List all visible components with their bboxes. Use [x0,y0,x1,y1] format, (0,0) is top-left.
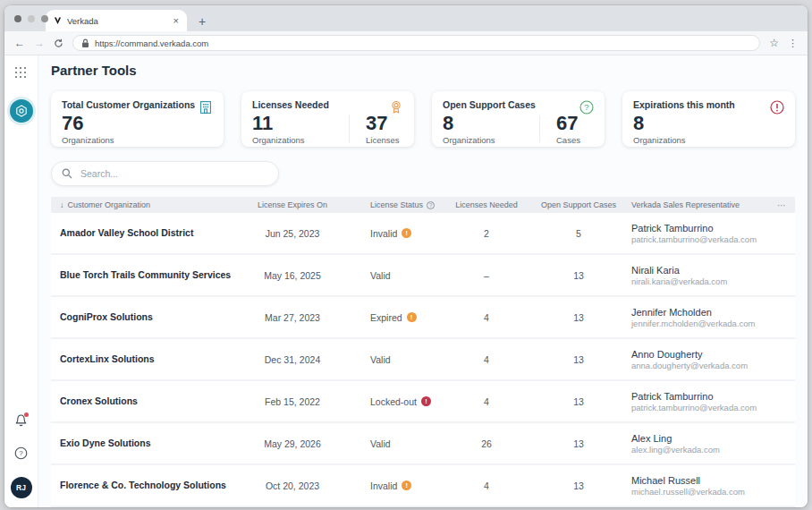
licenses-needed-value: – [447,270,526,281]
sales-representative-cell: Nirali Karia nirali.karia@verkada.com [631,265,759,286]
column-header-open-support-cases[interactable]: Open Support Cases [526,200,631,209]
license-status-cell: Valid [342,270,447,281]
column-header-license-status[interactable]: License Status ? [342,200,447,209]
search-bar [51,161,279,186]
window-controls [14,15,48,22]
table-row[interactable]: Cronex Solutions Feb 15, 2022 Locked-out… [51,381,795,423]
table-row[interactable]: Amador Valley School District Jun 25, 20… [51,213,795,255]
help-button[interactable]: ? [14,446,28,463]
stat-cards-row: Total Customer Organizations 76 Organiza… [51,91,795,147]
back-icon[interactable]: ← [14,38,25,48]
license-status-cell: Valid [342,438,447,449]
licenses-needed-value: 4 [447,396,526,407]
column-label: Customer Organization [68,200,151,209]
stat-label: Organizations [252,135,349,145]
apps-grid-icon[interactable] [15,67,28,80]
help-circle-icon: ? [14,446,28,460]
rep-name: Jennifer Mcholden [631,307,759,318]
license-expires-date: Feb 15, 2022 [243,396,342,407]
card-licenses-needed: Licenses Needed 11 Organizations 3 [241,91,414,147]
new-tab-button[interactable]: + [199,15,206,28]
open-support-cases-value: 13 [526,396,631,407]
table-more-icon[interactable]: ⋯ [759,200,786,210]
verkada-logo-icon [54,16,62,25]
sales-representative-cell: Anno Dougherty anna.dougherty@verkada.co… [631,349,759,370]
rep-name: Michael Russell [631,475,759,486]
close-window-button[interactable] [14,15,21,22]
stat-divider [539,115,540,142]
close-tab-icon[interactable]: × [173,16,179,26]
licenses-needed-value: 2 [447,228,526,239]
table-row[interactable]: Blue Torch Trails Community Services May… [51,255,795,297]
stat-value: 8 [443,113,539,133]
card-title: Open Support Cases [443,99,594,110]
card-open-support-cases: Open Support Cases ? 8 Organizations 67 [432,91,605,147]
table-row[interactable]: Florence & Co. Technology Solutions Oct … [51,465,795,507]
gear-icon [14,104,29,118]
bookmark-star-icon[interactable]: ☆ [769,38,779,48]
rep-name: Anno Dougherty [631,349,759,360]
rep-name: Patrick Tamburrino [631,391,759,402]
license-status-text: Valid [370,270,391,281]
notifications-button[interactable] [14,413,28,431]
building-icon [198,99,214,115]
award-icon [388,99,404,115]
svg-text:?: ? [584,102,588,112]
sales-representative-cell: Alex Ling alex.ling@verkada.com [631,433,759,455]
org-name: Amador Valley School District [60,227,243,239]
column-header-customer-organization[interactable]: ↓ Customer Organization [60,200,243,209]
open-support-cases-value: 13 [526,480,631,491]
reload-icon[interactable] [54,38,63,48]
stat-label: Organizations [443,135,539,145]
maximize-window-button[interactable] [41,15,48,22]
stat-divider [349,115,350,142]
rep-email: anna.dougherty@verkada.com [631,361,759,370]
stat-value: 37 [366,113,400,133]
status-info-icon[interactable]: ? [427,201,435,209]
table-body: Amador Valley School District Jun 25, 20… [51,213,795,507]
stat-label: Licenses [366,135,400,145]
rep-name: Alex Ling [631,433,759,444]
open-support-cases-value: 13 [526,354,631,365]
licenses-needed-value: 4 [447,480,526,491]
status-icon: ! [402,228,411,238]
column-header-license-expires-on[interactable]: License Expires On [243,200,342,209]
browser-window: Verkada × + ← → https://command.verkada.… [4,5,808,507]
license-status-cell: Locked-out ! [342,396,447,407]
stat-value: 76 [62,113,158,133]
browser-tab-strip: Verkada × + [4,5,808,31]
card-total-customer-organizations: Total Customer Organizations 76 Organiza… [51,91,224,147]
sales-representative-cell: Patrick Tamburrino patrick.tamburrino@ve… [631,391,759,412]
search-input[interactable] [79,167,268,180]
column-header-licenses-needed[interactable]: Licenses Needed [447,200,526,209]
license-status-cell: Expired ! [342,312,447,323]
column-header-sales-representative[interactable]: Verkada Sales Representative [631,200,759,209]
customer-table: ↓ Customer Organization License Expires … [51,197,795,507]
table-row[interactable]: CortexLinx Solutions Dec 31, 2024 Valid … [51,339,795,381]
table-row[interactable]: CogniProx Solutions Mar 27, 2023 Expired… [51,297,795,339]
license-status-text: Valid [370,438,391,449]
sales-representative-cell: Patrick Tamburrino patrick.tamburrino@ve… [631,223,759,244]
table-row[interactable]: Exio Dyne Solutions May 29, 2026 Valid 2… [51,423,795,465]
license-expires-date: Jun 25, 2023 [243,228,342,239]
card-title: Licenses Needed [252,99,403,110]
browser-tab-verkada[interactable]: Verkada × [46,10,187,31]
license-expires-date: May 16, 2025 [243,270,342,281]
card-expirations-this-month: Expirations this month 8 Organizations [622,91,795,147]
browser-menu-icon[interactable]: ⋮ [788,38,798,48]
licenses-needed-value: 4 [447,312,526,323]
forward-icon[interactable]: → [34,38,45,48]
browser-toolbar: ← → https://command.verkada.com ☆ ⋮ [4,31,808,55]
open-support-cases-value: 13 [526,312,631,323]
alert-circle-icon [769,99,785,115]
license-status-text: Locked-out [370,396,417,407]
license-status-text: Invalid [370,480,397,491]
card-title: Expirations this month [633,99,784,110]
settings-gear-button[interactable] [10,99,33,123]
stat-label: Cases [556,135,580,145]
minimize-window-button[interactable] [28,15,35,22]
url-field[interactable]: https://command.verkada.com [72,35,760,51]
user-avatar[interactable]: RJ [11,477,32,498]
lock-icon[interactable] [81,38,89,48]
search-icon [62,168,72,179]
